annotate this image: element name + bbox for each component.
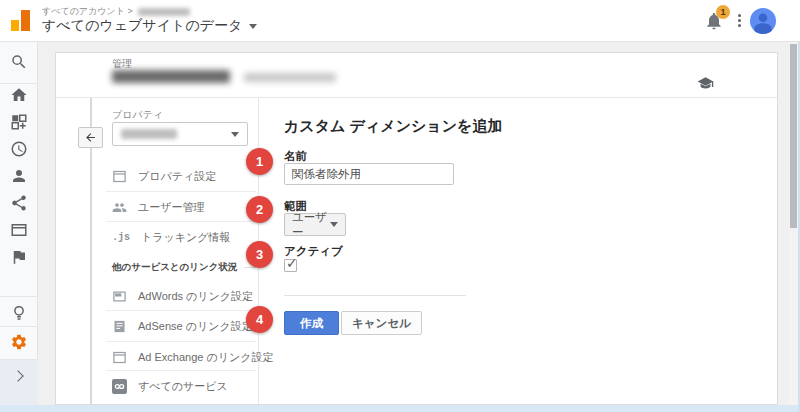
redacted-account-title [112, 70, 230, 83]
menu-item-adexchange-linking[interactable]: Ad Exchange のリンク設定 [112, 342, 258, 372]
name-input[interactable] [284, 163, 454, 185]
behavior-icon[interactable] [10, 221, 28, 239]
redacted-property-name [121, 129, 177, 139]
adexchange-icon [112, 350, 127, 365]
logo-bar-short [11, 20, 19, 31]
redacted-account-id [244, 73, 336, 82]
property-selector[interactable] [112, 122, 248, 146]
conversions-icon[interactable] [10, 248, 28, 266]
frame-bottom-edge [0, 405, 800, 412]
create-button[interactable]: 作成 [284, 311, 339, 335]
scope-selected-value: ユーザー [292, 210, 330, 240]
analytics-admin-screen: すべてのアカウント > すべてのウェブサイトのデータ 1 [0, 0, 800, 412]
user-management-icon [112, 200, 127, 215]
active-checkbox[interactable]: ✓ [284, 259, 297, 272]
view-selector-label: すべてのウェブサイトのデータ [42, 17, 242, 35]
menu-item-user-management[interactable]: ユーザー管理 [112, 192, 258, 222]
scope-dropdown[interactable]: ユーザー [284, 213, 346, 236]
realtime-icon[interactable] [10, 140, 28, 158]
rail-divider [0, 83, 38, 84]
rail-divider [0, 296, 38, 297]
view-selector[interactable]: すべてのウェブサイトのデータ [42, 17, 257, 35]
adwords-icon [112, 289, 127, 304]
menu-item-label: プロパティ設定 [138, 169, 216, 184]
overflow-menu-icon[interactable] [737, 13, 742, 28]
step-badge-1: 1 [246, 148, 273, 175]
form-title: カスタム ディメンションを追加 [284, 117, 502, 136]
top-app-bar: すべてのアカウント > すべてのウェブサイトのデータ 1 [0, 0, 800, 42]
rail-collapse-section [0, 360, 38, 405]
step-badge-3: 3 [246, 241, 273, 268]
menu-item-label: トラッキング情報 [141, 230, 231, 245]
customization-icon[interactable] [10, 113, 28, 131]
chevron-down-icon [330, 222, 338, 227]
link-services-section-header: 他のサービスとのリンク状況 [112, 261, 256, 274]
property-settings-icon [112, 169, 127, 184]
back-button[interactable] [78, 127, 103, 148]
notification-count-badge: 1 [716, 5, 730, 19]
audience-icon[interactable] [10, 167, 28, 185]
menu-item-property-settings[interactable]: プロパティ設定 [112, 161, 258, 191]
menu-item-adwords-linking[interactable]: AdWords のリンク設定 [112, 281, 258, 311]
logo-bar-tall [21, 10, 30, 31]
name-field-label: 名前 [284, 149, 307, 164]
search-icon[interactable] [10, 53, 28, 71]
rail-divider [0, 326, 38, 327]
menu-item-adsense-linking[interactable]: AdSense のリンク設定 [112, 311, 258, 341]
menu-item-label: ユーザー管理 [138, 200, 205, 215]
all-services-icon [112, 379, 127, 394]
menu-item-label: Ad Exchange のリンク設定 [138, 350, 274, 365]
tracking-js-icon: .js [112, 232, 130, 243]
property-column-label: プロパティ [112, 108, 163, 122]
home-icon[interactable] [10, 86, 28, 104]
chevron-down-icon [249, 24, 257, 29]
left-nav-rail [0, 42, 38, 405]
menu-item-label: AdSense のリンク設定 [138, 319, 253, 334]
checkmark-icon: ✓ [286, 255, 298, 271]
admin-page-title: 管理 [112, 57, 132, 71]
admin-gear-icon[interactable] [10, 333, 28, 351]
menu-item-label: AdWords のリンク設定 [138, 289, 253, 304]
form-divider [284, 295, 466, 296]
acquisition-icon[interactable] [10, 194, 28, 212]
chevron-down-icon [231, 132, 239, 137]
cancel-button[interactable]: キャンセル [341, 311, 422, 335]
menu-item-tracking-info[interactable]: .js トラッキング情報 [112, 222, 258, 252]
redacted-account-name [138, 8, 190, 16]
step-badge-2: 2 [246, 196, 273, 223]
user-avatar[interactable] [750, 8, 776, 34]
step-badge-4: 4 [246, 306, 273, 333]
card-header-divider [56, 97, 777, 98]
analytics-logo-icon[interactable] [11, 10, 31, 31]
discover-icon[interactable] [10, 304, 28, 322]
menu-item-all-services[interactable]: すべてのサービス [112, 371, 258, 401]
scrollbar-thumb[interactable] [790, 44, 797, 228]
menu-item-label: すべてのサービス [138, 379, 228, 394]
academy-graduation-cap-icon[interactable] [697, 75, 714, 92]
adsense-icon [112, 319, 127, 334]
section-header-label: 他のサービスとのリンク状況 [112, 261, 238, 274]
